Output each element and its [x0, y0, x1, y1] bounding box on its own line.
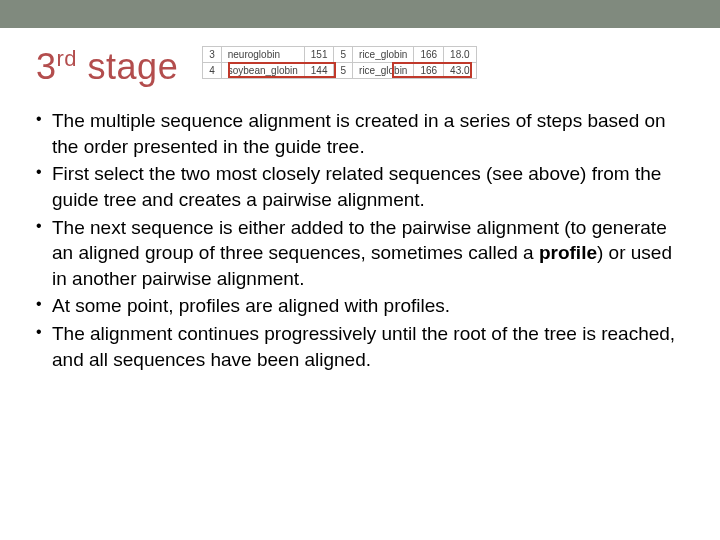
cell-v2: 5 — [334, 63, 353, 79]
bullet-text: At some point, profiles are aligned with… — [52, 295, 450, 316]
cell-name2: rice_globin — [353, 47, 414, 63]
cell-v3: 166 — [414, 47, 444, 63]
cell-v4: 43.0 — [444, 63, 476, 79]
bullet-text: The multiple sequence alignment is creat… — [52, 110, 666, 157]
list-item: At some point, profiles are aligned with… — [36, 293, 684, 319]
cell-name1: soybean_globin — [221, 63, 304, 79]
cell-name2: rice_globin — [353, 63, 414, 79]
list-item: The next sequence is either added to the… — [36, 215, 684, 292]
cell-name1: neuroglobin — [221, 47, 304, 63]
table-row: 4 soybean_globin 144 5 rice_globin 166 4… — [203, 63, 476, 79]
cell-v2: 5 — [334, 47, 353, 63]
list-item: The multiple sequence alignment is creat… — [36, 108, 684, 159]
table-row: 3 neuroglobin 151 5 rice_globin 166 18.0 — [203, 47, 476, 63]
table-container: 3 neuroglobin 151 5 rice_globin 166 18.0… — [202, 46, 476, 79]
bullet-text: The alignment continues progressively un… — [52, 323, 675, 370]
list-item: First select the two most closely relate… — [36, 161, 684, 212]
slide: 3rd stage 3 neuroglobin 151 5 rice_globi… — [0, 0, 720, 540]
cell-v3: 166 — [414, 63, 444, 79]
title-word: stage — [77, 46, 178, 87]
cell-v1: 151 — [304, 47, 334, 63]
page-title: 3rd stage — [36, 46, 178, 88]
bullet-bold: profile — [539, 242, 597, 263]
alignment-table: 3 neuroglobin 151 5 rice_globin 166 18.0… — [202, 46, 476, 79]
top-accent-bar — [0, 0, 720, 28]
cell-v1: 144 — [304, 63, 334, 79]
title-number: 3 — [36, 46, 57, 87]
header-row: 3rd stage 3 neuroglobin 151 5 rice_globi… — [0, 28, 720, 88]
content-area: The multiple sequence alignment is creat… — [0, 88, 720, 372]
list-item: The alignment continues progressively un… — [36, 321, 684, 372]
title-ordinal: rd — [57, 46, 78, 71]
bullet-text: First select the two most closely relate… — [52, 163, 661, 210]
cell-idx: 4 — [203, 63, 222, 79]
cell-v4: 18.0 — [444, 47, 476, 63]
data-table-wrap: 3 neuroglobin 151 5 rice_globin 166 18.0… — [202, 46, 684, 83]
bullet-list: The multiple sequence alignment is creat… — [36, 108, 684, 372]
cell-idx: 3 — [203, 47, 222, 63]
